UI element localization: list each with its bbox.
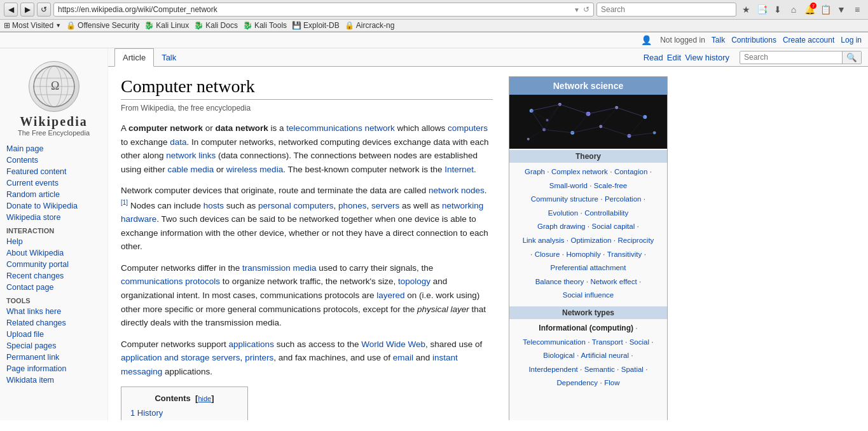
link-computers[interactable]: computers [448, 123, 488, 133]
sidebar-item-wikidata[interactable]: Wikidata item [0, 374, 107, 386]
link-balance-theory[interactable]: Balance theory [535, 278, 584, 285]
link-evolution[interactable]: Evolution [548, 209, 578, 217]
tab-article[interactable]: Article [114, 48, 154, 67]
link-homophily[interactable]: Homophily [566, 250, 600, 258]
forward-button[interactable]: ▶ [20, 3, 34, 17]
search-input[interactable] [740, 51, 842, 63]
talk-link[interactable]: Talk [712, 36, 725, 44]
sidebar-item-current-events[interactable]: Current events [0, 177, 107, 189]
link-transport[interactable]: Transport [592, 338, 623, 346]
bookmark-most-visited[interactable]: ⊞ Most Visited ▼ [4, 21, 61, 30]
link-social[interactable]: Social [630, 338, 649, 346]
star-icon[interactable]: ★ [739, 3, 753, 17]
sidebar-item-help[interactable]: Help [0, 236, 107, 247]
link-link-analysis[interactable]: Link analysis [523, 236, 565, 244]
link-contagion[interactable]: Contagion [614, 168, 647, 175]
reload-button[interactable]: ↺ [37, 3, 51, 17]
link-topology[interactable]: topology [398, 277, 431, 286]
notification-icon[interactable]: 🔔7 [803, 3, 816, 17]
link-optimization[interactable]: Optimization [571, 236, 612, 244]
link-scale-free[interactable]: Scale-free [594, 182, 627, 189]
link-artificial-neural[interactable]: Artificial neural [581, 352, 629, 359]
menu-icon[interactable]: ≡ [850, 3, 864, 17]
link-transitivity[interactable]: Transitivity [607, 250, 642, 258]
sidebar-item-community[interactable]: Community portal [0, 259, 107, 270]
back-button[interactable]: ◀ [4, 3, 18, 17]
link-telecom[interactable]: telecommunications network [286, 123, 394, 133]
link-wireless-media[interactable]: wireless media [226, 165, 283, 174]
link-internet[interactable]: Internet [444, 165, 474, 174]
link-dependency[interactable]: Dependency [557, 379, 598, 387]
link-graph-drawing[interactable]: Graph drawing [537, 222, 585, 230]
link-transmission-media[interactable]: transmission media [242, 263, 316, 273]
link-phones[interactable]: phones [338, 200, 366, 210]
link-social-capital[interactable]: Social capital [592, 222, 635, 230]
link-network-links[interactable]: network links [166, 151, 216, 160]
sidebar-item-contact[interactable]: Contact page [0, 282, 107, 293]
link-spatial[interactable]: Spatial [621, 366, 644, 373]
search-button[interactable]: 🔍 [842, 51, 861, 64]
create-account-link[interactable]: Create account [783, 36, 834, 44]
link-comms-protocols[interactable]: communications protocols [121, 277, 220, 286]
link-printers[interactable]: printers [245, 353, 273, 362]
bookmark-kali-tools[interactable]: 🐉 Kali Tools [243, 21, 287, 30]
sidebar-item-recent-changes[interactable]: Recent changes [0, 270, 107, 282]
bookmark-kali-docs[interactable]: 🐉 Kali Docs [194, 21, 238, 30]
browser-search-input[interactable] [601, 5, 732, 14]
home-icon[interactable]: ⌂ [787, 3, 801, 17]
link-graph[interactable]: Graph [525, 168, 545, 175]
link-flow[interactable]: Flow [604, 379, 619, 387]
bookmark-aircrack[interactable]: 🔒 Aircrack-ng [345, 21, 395, 30]
link-closure[interactable]: Closure [535, 250, 560, 258]
bookmark-icon[interactable]: 📑 [755, 3, 769, 17]
link-semantic[interactable]: Semantic [584, 366, 615, 373]
address-bar[interactable]: https://en.wikipedia.org/wiki/Computer_n… [53, 3, 594, 17]
contents-hide-link[interactable]: hide [198, 395, 211, 402]
link-email[interactable]: email [393, 353, 413, 362]
login-link[interactable]: Log in [841, 36, 862, 44]
link-applications[interactable]: applications [229, 339, 274, 349]
link-small-world[interactable]: Small-world [549, 182, 588, 189]
browser-search-bar[interactable] [596, 3, 736, 17]
contents-link-history[interactable]: 1 History [130, 408, 163, 418]
copy-icon[interactable]: 📋 [818, 3, 832, 17]
link-network-nodes[interactable]: network nodes [429, 186, 485, 195]
sidebar-item-page-info[interactable]: Page information [0, 363, 107, 374]
link-community-structure[interactable]: Community structure [531, 195, 598, 203]
bookmark-offensive-security[interactable]: 🔒 Offensive Security [66, 21, 139, 30]
link-www[interactable]: World Wide Web [361, 339, 425, 349]
search-box[interactable]: 🔍 [740, 51, 862, 64]
link-data[interactable]: data [170, 137, 186, 147]
sidebar-item-what-links[interactable]: What links here [0, 306, 107, 317]
sidebar-item-donate[interactable]: Donate to Wikipedia [0, 200, 107, 212]
sidebar-item-about[interactable]: About Wikipedia [0, 247, 107, 259]
bookmark-exploit-db[interactable]: 💾 Exploit-DB [292, 21, 340, 30]
link-personal-computers[interactable]: personal computers [258, 200, 334, 210]
sidebar-item-contents[interactable]: Contents [0, 154, 107, 166]
tab-talk[interactable]: Talk [154, 49, 184, 66]
link-cable-media[interactable]: cable media [168, 165, 214, 174]
link-complex-network[interactable]: Complex network [551, 168, 608, 175]
link-biological[interactable]: Biological [543, 352, 574, 359]
refresh-icon[interactable]: ↺ [583, 5, 589, 14]
link-social-influence[interactable]: Social influence [563, 291, 614, 299]
link-layered[interactable]: layered [376, 291, 404, 300]
link-servers[interactable]: servers [371, 200, 399, 210]
bookmark-kali-linux[interactable]: 🐉 Kali Linux [144, 21, 189, 30]
dropdown-icon[interactable]: ▼ [834, 3, 848, 17]
sidebar-item-random-article[interactable]: Random article [0, 189, 107, 200]
sidebar-item-upload-file[interactable]: Upload file [0, 329, 107, 340]
sidebar-item-related-changes[interactable]: Related changes [0, 317, 107, 329]
link-hosts[interactable]: hosts [203, 200, 224, 210]
sidebar-item-featured-content[interactable]: Featured content [0, 166, 107, 177]
link-telecommunication[interactable]: Telecommunication [523, 338, 585, 346]
sidebar-item-permanent-link[interactable]: Permanent link [0, 352, 107, 363]
link-preferential-attachment[interactable]: Preferential attachment [551, 264, 626, 271]
link-app-storage-servers[interactable]: application and storage servers [121, 353, 240, 362]
link-reciprocity[interactable]: Reciprocity [617, 236, 654, 244]
sidebar-item-store[interactable]: Wikipedia store [0, 212, 107, 223]
link-network-effect[interactable]: Network effect [590, 278, 637, 285]
link-interdependent[interactable]: Interdependent [528, 366, 577, 373]
tab-view-history[interactable]: View history [685, 53, 729, 62]
link-percolation[interactable]: Percolation [605, 195, 642, 203]
